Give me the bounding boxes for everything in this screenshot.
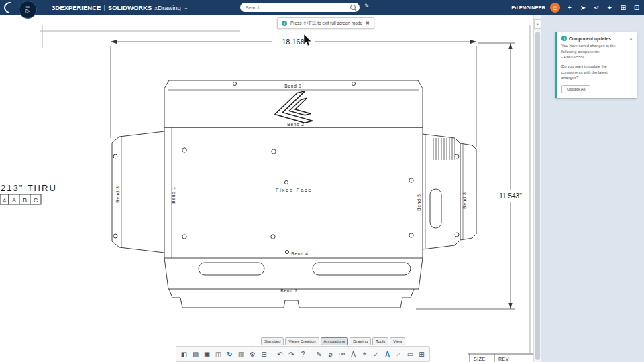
dimension-group-icon[interactable]: LIØ xyxy=(337,348,347,360)
tab-annotations[interactable]: Annotations xyxy=(321,337,349,345)
magnifier-icon[interactable]: ⌕ xyxy=(394,348,404,360)
bend-label-2[interactable]: Bend 2 xyxy=(287,122,304,127)
ribbon-icon-row: ◧▤▣◫↻▥⚙⊟↶↷?✎⌀LIØA⌖✓A⌕▭⊞ xyxy=(176,346,430,362)
hole-pattern[interactable] xyxy=(113,82,459,253)
sheet-icon[interactable]: ▥ xyxy=(236,348,246,360)
tab-views-creation[interactable]: Views Creation xyxy=(285,337,319,345)
update-all-button[interactable]: Update All xyxy=(561,85,590,93)
format-text-icon[interactable]: A xyxy=(382,348,392,360)
drawing-canvas[interactable]: 18.168 11.543" xyxy=(0,15,533,362)
dimension-height[interactable] xyxy=(416,43,515,309)
vertical-scrollbar[interactable]: ▴ xyxy=(533,15,541,362)
compass-logo[interactable]: 3D ▷ xyxy=(19,1,37,19)
table-icon[interactable]: ⊞ xyxy=(417,348,427,360)
apps-grid-icon[interactable]: ⊞ xyxy=(619,4,628,11)
settings-icon[interactable]: ⚙ xyxy=(248,348,258,360)
title-block-rev: REV xyxy=(498,357,509,361)
bend-label-1[interactable]: Bend 1 xyxy=(171,186,176,203)
bend-label-4[interactable]: Bend 4 xyxy=(291,251,308,256)
search-bar[interactable] xyxy=(240,3,360,12)
share-icon[interactable]: ➤ xyxy=(578,4,588,11)
card-question-line2: components with the latest xyxy=(561,70,633,76)
3ds-swirl-logo xyxy=(2,0,18,15)
user-name[interactable]: Ed ENGINEER xyxy=(511,5,545,11)
bend-label-8[interactable]: Bend 8 xyxy=(462,192,467,208)
drawing-view-icon[interactable]: ▤ xyxy=(191,348,201,360)
brand-name: 3DEXPERIENCE xyxy=(52,4,101,11)
bend-label-5[interactable]: Bend 5 xyxy=(417,194,421,210)
info-icon: i xyxy=(561,36,567,41)
dimension-height-label[interactable]: 11.543" xyxy=(499,192,522,200)
ribbon-tab-bar: Standard Views Creation Annotations Draw… xyxy=(261,337,405,345)
smart-dimension-icon[interactable]: ⌀ xyxy=(325,348,335,360)
thru-note[interactable]: 213" THRU xyxy=(1,183,57,193)
title-block-size: SIZE xyxy=(474,357,486,361)
datum-cell-1: A xyxy=(12,197,16,204)
topbar-right-group: Ed ENGINEER ☺ +➤⋖✦⊞⊡ xyxy=(511,0,641,15)
undo-icon[interactable]: ↶ xyxy=(275,348,285,360)
comment-icon[interactable]: ▭ xyxy=(405,348,415,360)
spellcheck-icon[interactable]: ✓ xyxy=(371,348,381,360)
note-icon[interactable]: A xyxy=(348,348,358,360)
sketch-line-icon[interactable]: ✎ xyxy=(314,348,324,360)
dimension-width[interactable] xyxy=(111,40,476,147)
bend-label-3[interactable]: Bend 3 xyxy=(115,186,120,202)
bend-label-9[interactable]: Bend 9 xyxy=(284,84,301,88)
search-icon[interactable] xyxy=(350,5,356,10)
view-style-icon[interactable]: ◧ xyxy=(179,348,189,360)
tab-tools[interactable]: Tools xyxy=(372,337,388,345)
card-question-line1: Do you want to update the xyxy=(561,64,633,70)
add-icon[interactable]: + xyxy=(565,4,574,11)
tab-standard[interactable]: Standard xyxy=(261,337,284,345)
info-icon: i xyxy=(282,21,287,26)
card-close-icon[interactable]: ✕ xyxy=(629,36,633,41)
datum-cell-3: C xyxy=(34,197,38,204)
app-name: SOLIDWORKS xyxy=(108,4,152,11)
topbar-icons: +➤⋖✦⊞⊡ xyxy=(565,4,641,11)
scrollbar-up-button[interactable]: ▴ xyxy=(534,19,541,29)
help-icon[interactable]: ? xyxy=(298,348,308,360)
search-input[interactable] xyxy=(244,5,347,11)
card-component: - PM009555C xyxy=(561,54,633,60)
scrollbar-thumb[interactable] xyxy=(535,32,540,360)
datum-cell-0: 4 xyxy=(3,197,6,204)
toast-text: Press ⇧+F11 to exit full screen mode xyxy=(290,21,362,26)
app-mode: xDrawing xyxy=(154,4,181,11)
redo-icon[interactable]: ↷ xyxy=(286,348,297,360)
datum-target-icon[interactable]: ⌖ xyxy=(360,348,370,360)
tab-drawing[interactable]: Drawing xyxy=(350,337,371,345)
toolbar-divider xyxy=(311,349,311,359)
card-title: Component updates xyxy=(569,36,627,41)
datum-cell-2: B xyxy=(23,197,27,204)
chevron-down-icon[interactable]: ⌄ xyxy=(184,5,189,11)
export-icon[interactable]: ⊟ xyxy=(259,348,269,360)
card-question-line3: changes? xyxy=(561,75,633,81)
card-message-line1: You have saved changes to the xyxy=(561,43,633,49)
mouse-cursor xyxy=(304,34,311,46)
tab-view[interactable]: View xyxy=(390,337,405,345)
user-avatar[interactable]: ☺ xyxy=(550,3,560,13)
model-view-icon[interactable]: ◫ xyxy=(213,348,223,360)
part-outline[interactable] xyxy=(112,80,476,308)
collaborate-icon[interactable]: ⋖ xyxy=(592,4,601,11)
toolbar-divider xyxy=(272,349,272,359)
top-app-bar: 3DEXPERIENCE | SOLIDWORKS xDrawing ⌄ ✎ E… xyxy=(0,0,644,15)
save-icon[interactable]: ▣ xyxy=(202,348,212,360)
update-views-icon[interactable]: ↻ xyxy=(225,348,235,360)
bend-label-7[interactable]: Bend 7 xyxy=(280,288,297,293)
fixed-face-label[interactable]: Fixed Face xyxy=(276,187,313,193)
play-icon: ▷ xyxy=(25,9,30,14)
app-title-group[interactable]: 3DEXPERIENCE | SOLIDWORKS xDrawing ⌄ xyxy=(52,4,189,11)
brand-separator: | xyxy=(103,4,105,11)
dimension-width-label[interactable]: 18.168 xyxy=(282,38,305,46)
favorites-icon[interactable]: ✦ xyxy=(605,4,614,11)
fullscreen-toast: i Press ⇧+F11 to exit full screen mode ✕ xyxy=(277,17,374,29)
card-message-line2: following components: xyxy=(561,49,633,55)
fullscreen-icon[interactable]: ⊡ xyxy=(632,4,641,11)
tag-pen-icon[interactable]: ✎ xyxy=(364,3,370,9)
notifications-panel: i Component updates ✕ You have saved cha… xyxy=(541,15,644,362)
component-updates-card: i Component updates ✕ You have saved cha… xyxy=(555,32,637,98)
toast-close-icon[interactable]: ✕ xyxy=(366,21,370,26)
